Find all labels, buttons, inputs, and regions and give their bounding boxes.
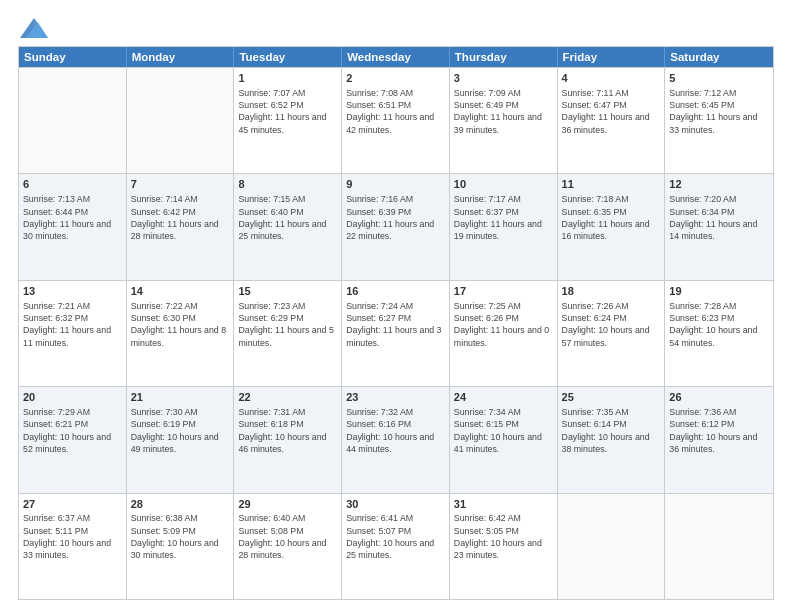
day-number: 27 (23, 497, 122, 512)
day-info: Sunrise: 6:40 AM Sunset: 5:08 PM Dayligh… (238, 512, 337, 561)
calendar-day-11: 11Sunrise: 7:18 AM Sunset: 6:35 PM Dayli… (558, 174, 666, 279)
calendar-day-18: 18Sunrise: 7:26 AM Sunset: 6:24 PM Dayli… (558, 281, 666, 386)
calendar-empty-cell (19, 68, 127, 173)
day-number: 7 (131, 177, 230, 192)
day-number: 15 (238, 284, 337, 299)
day-number: 11 (562, 177, 661, 192)
day-number: 17 (454, 284, 553, 299)
day-number: 30 (346, 497, 445, 512)
calendar-empty-cell (558, 494, 666, 599)
calendar-day-17: 17Sunrise: 7:25 AM Sunset: 6:26 PM Dayli… (450, 281, 558, 386)
day-info: Sunrise: 7:21 AM Sunset: 6:32 PM Dayligh… (23, 300, 122, 349)
calendar-day-14: 14Sunrise: 7:22 AM Sunset: 6:30 PM Dayli… (127, 281, 235, 386)
calendar-empty-cell (127, 68, 235, 173)
calendar: SundayMondayTuesdayWednesdayThursdayFrid… (18, 46, 774, 600)
day-info: Sunrise: 7:23 AM Sunset: 6:29 PM Dayligh… (238, 300, 337, 349)
calendar-day-23: 23Sunrise: 7:32 AM Sunset: 6:16 PM Dayli… (342, 387, 450, 492)
day-info: Sunrise: 7:11 AM Sunset: 6:47 PM Dayligh… (562, 87, 661, 136)
day-header-saturday: Saturday (665, 47, 773, 67)
calendar-week-4: 20Sunrise: 7:29 AM Sunset: 6:21 PM Dayli… (19, 386, 773, 492)
day-info: Sunrise: 6:38 AM Sunset: 5:09 PM Dayligh… (131, 512, 230, 561)
day-header-wednesday: Wednesday (342, 47, 450, 67)
day-info: Sunrise: 7:25 AM Sunset: 6:26 PM Dayligh… (454, 300, 553, 349)
calendar-day-13: 13Sunrise: 7:21 AM Sunset: 6:32 PM Dayli… (19, 281, 127, 386)
day-number: 26 (669, 390, 769, 405)
day-info: Sunrise: 7:29 AM Sunset: 6:21 PM Dayligh… (23, 406, 122, 455)
calendar-day-29: 29Sunrise: 6:40 AM Sunset: 5:08 PM Dayli… (234, 494, 342, 599)
calendar-day-12: 12Sunrise: 7:20 AM Sunset: 6:34 PM Dayli… (665, 174, 773, 279)
day-number: 31 (454, 497, 553, 512)
day-number: 18 (562, 284, 661, 299)
calendar-week-5: 27Sunrise: 6:37 AM Sunset: 5:11 PM Dayli… (19, 493, 773, 599)
calendar-week-1: 1Sunrise: 7:07 AM Sunset: 6:52 PM Daylig… (19, 67, 773, 173)
page: SundayMondayTuesdayWednesdayThursdayFrid… (0, 0, 792, 612)
day-info: Sunrise: 7:09 AM Sunset: 6:49 PM Dayligh… (454, 87, 553, 136)
calendar-day-7: 7Sunrise: 7:14 AM Sunset: 6:42 PM Daylig… (127, 174, 235, 279)
calendar-body: 1Sunrise: 7:07 AM Sunset: 6:52 PM Daylig… (19, 67, 773, 599)
day-number: 5 (669, 71, 769, 86)
day-info: Sunrise: 7:15 AM Sunset: 6:40 PM Dayligh… (238, 193, 337, 242)
calendar-day-4: 4Sunrise: 7:11 AM Sunset: 6:47 PM Daylig… (558, 68, 666, 173)
logo-icon (20, 18, 48, 40)
day-info: Sunrise: 7:30 AM Sunset: 6:19 PM Dayligh… (131, 406, 230, 455)
day-number: 21 (131, 390, 230, 405)
calendar-day-28: 28Sunrise: 6:38 AM Sunset: 5:09 PM Dayli… (127, 494, 235, 599)
day-number: 16 (346, 284, 445, 299)
day-number: 23 (346, 390, 445, 405)
calendar-day-16: 16Sunrise: 7:24 AM Sunset: 6:27 PM Dayli… (342, 281, 450, 386)
calendar-day-3: 3Sunrise: 7:09 AM Sunset: 6:49 PM Daylig… (450, 68, 558, 173)
day-number: 6 (23, 177, 122, 192)
day-number: 12 (669, 177, 769, 192)
day-info: Sunrise: 6:42 AM Sunset: 5:05 PM Dayligh… (454, 512, 553, 561)
day-header-friday: Friday (558, 47, 666, 67)
day-number: 20 (23, 390, 122, 405)
day-number: 8 (238, 177, 337, 192)
calendar-day-22: 22Sunrise: 7:31 AM Sunset: 6:18 PM Dayli… (234, 387, 342, 492)
calendar-day-31: 31Sunrise: 6:42 AM Sunset: 5:05 PM Dayli… (450, 494, 558, 599)
day-info: Sunrise: 7:12 AM Sunset: 6:45 PM Dayligh… (669, 87, 769, 136)
day-number: 3 (454, 71, 553, 86)
day-info: Sunrise: 7:22 AM Sunset: 6:30 PM Dayligh… (131, 300, 230, 349)
calendar-week-3: 13Sunrise: 7:21 AM Sunset: 6:32 PM Dayli… (19, 280, 773, 386)
day-info: Sunrise: 7:07 AM Sunset: 6:52 PM Dayligh… (238, 87, 337, 136)
calendar-day-10: 10Sunrise: 7:17 AM Sunset: 6:37 PM Dayli… (450, 174, 558, 279)
day-info: Sunrise: 7:32 AM Sunset: 6:16 PM Dayligh… (346, 406, 445, 455)
day-info: Sunrise: 7:26 AM Sunset: 6:24 PM Dayligh… (562, 300, 661, 349)
day-number: 19 (669, 284, 769, 299)
calendar-day-19: 19Sunrise: 7:28 AM Sunset: 6:23 PM Dayli… (665, 281, 773, 386)
calendar-day-6: 6Sunrise: 7:13 AM Sunset: 6:44 PM Daylig… (19, 174, 127, 279)
day-info: Sunrise: 7:17 AM Sunset: 6:37 PM Dayligh… (454, 193, 553, 242)
calendar-day-30: 30Sunrise: 6:41 AM Sunset: 5:07 PM Dayli… (342, 494, 450, 599)
day-info: Sunrise: 6:41 AM Sunset: 5:07 PM Dayligh… (346, 512, 445, 561)
calendar-day-20: 20Sunrise: 7:29 AM Sunset: 6:21 PM Dayli… (19, 387, 127, 492)
calendar-day-2: 2Sunrise: 7:08 AM Sunset: 6:51 PM Daylig… (342, 68, 450, 173)
calendar-day-24: 24Sunrise: 7:34 AM Sunset: 6:15 PM Dayli… (450, 387, 558, 492)
day-info: Sunrise: 7:35 AM Sunset: 6:14 PM Dayligh… (562, 406, 661, 455)
day-number: 29 (238, 497, 337, 512)
calendar-day-25: 25Sunrise: 7:35 AM Sunset: 6:14 PM Dayli… (558, 387, 666, 492)
day-info: Sunrise: 7:34 AM Sunset: 6:15 PM Dayligh… (454, 406, 553, 455)
day-number: 14 (131, 284, 230, 299)
day-info: Sunrise: 7:14 AM Sunset: 6:42 PM Dayligh… (131, 193, 230, 242)
logo (18, 18, 48, 36)
calendar-empty-cell (665, 494, 773, 599)
day-number: 28 (131, 497, 230, 512)
calendar-day-27: 27Sunrise: 6:37 AM Sunset: 5:11 PM Dayli… (19, 494, 127, 599)
day-number: 25 (562, 390, 661, 405)
calendar-day-9: 9Sunrise: 7:16 AM Sunset: 6:39 PM Daylig… (342, 174, 450, 279)
day-info: Sunrise: 7:31 AM Sunset: 6:18 PM Dayligh… (238, 406, 337, 455)
calendar-day-1: 1Sunrise: 7:07 AM Sunset: 6:52 PM Daylig… (234, 68, 342, 173)
day-header-thursday: Thursday (450, 47, 558, 67)
day-header-sunday: Sunday (19, 47, 127, 67)
day-info: Sunrise: 7:36 AM Sunset: 6:12 PM Dayligh… (669, 406, 769, 455)
calendar-day-21: 21Sunrise: 7:30 AM Sunset: 6:19 PM Dayli… (127, 387, 235, 492)
header (18, 18, 774, 36)
day-info: Sunrise: 6:37 AM Sunset: 5:11 PM Dayligh… (23, 512, 122, 561)
day-info: Sunrise: 7:13 AM Sunset: 6:44 PM Dayligh… (23, 193, 122, 242)
calendar-day-8: 8Sunrise: 7:15 AM Sunset: 6:40 PM Daylig… (234, 174, 342, 279)
day-number: 4 (562, 71, 661, 86)
calendar-day-5: 5Sunrise: 7:12 AM Sunset: 6:45 PM Daylig… (665, 68, 773, 173)
day-info: Sunrise: 7:20 AM Sunset: 6:34 PM Dayligh… (669, 193, 769, 242)
day-number: 13 (23, 284, 122, 299)
day-number: 24 (454, 390, 553, 405)
